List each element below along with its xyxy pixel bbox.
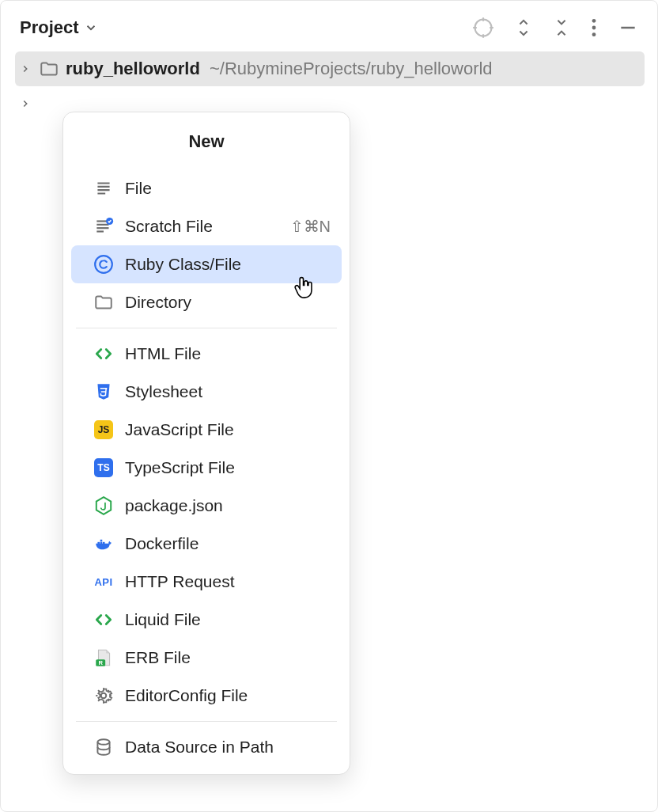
ts-icon: TS	[93, 457, 114, 478]
expand-collapse-icon[interactable]	[515, 17, 532, 38]
menu-item-label: ERB File	[125, 648, 191, 667]
menu-item-label: Data Source in Path	[125, 738, 274, 757]
menu-item-shortcut: ⇧⌘N	[290, 217, 331, 236]
css-icon	[93, 381, 114, 402]
svg-point-27	[97, 739, 109, 745]
menu-item-liquid[interactable]: Liquid File	[71, 601, 342, 639]
project-root-name: ruby_helloworld	[66, 59, 200, 79]
scratch-icon	[93, 216, 114, 237]
menu-item-label: EditorConfig File	[125, 686, 248, 705]
html-icon	[93, 609, 114, 630]
menu-separator	[76, 721, 337, 722]
svg-point-5	[592, 19, 596, 23]
file-text-icon	[93, 178, 114, 199]
menu-item-scratch[interactable]: Scratch File⇧⌘N	[71, 207, 342, 245]
erb-icon: R	[93, 647, 114, 668]
menu-item-label: HTTP Request	[125, 572, 235, 591]
svg-point-6	[592, 26, 596, 30]
menu-item-label: HTML File	[125, 344, 201, 363]
project-tree: ruby_helloworld ~/RubymineProjects/ruby_…	[1, 47, 657, 121]
html-icon	[93, 343, 114, 364]
menu-item-pkg[interactable]: package.json	[71, 487, 342, 525]
new-file-popup: New FileScratch File⇧⌘NRuby Class/FileDi…	[62, 112, 350, 775]
menu-item-datasource[interactable]: Data Source in Path	[71, 728, 342, 766]
ruby-c-icon	[93, 254, 114, 275]
js-icon: JS	[93, 419, 114, 440]
menu-item-erb[interactable]: RERB File	[71, 639, 342, 677]
folder-icon	[93, 292, 114, 313]
menu-item-stylesheet[interactable]: Stylesheet	[71, 373, 342, 411]
menu-item-file[interactable]: File	[71, 169, 342, 207]
popup-title: New	[63, 112, 350, 169]
chevron-right-icon[interactable]	[18, 63, 32, 74]
chevron-right-icon[interactable]	[18, 98, 32, 109]
api-icon: API	[93, 571, 114, 592]
menu-item-label: package.json	[125, 496, 223, 515]
more-icon[interactable]	[591, 17, 597, 38]
db-icon	[93, 737, 114, 757]
menu-item-label: JavaScript File	[125, 420, 234, 439]
collapse-all-icon[interactable]	[553, 17, 570, 38]
menu-item-label: Directory	[125, 293, 191, 312]
svg-rect-21	[103, 542, 105, 544]
menu-item-label: Liquid File	[125, 610, 201, 629]
menu-separator	[76, 328, 337, 328]
menu-item-rubyclass[interactable]: Ruby Class/File	[71, 245, 342, 283]
project-tool-window-header: Project	[1, 1, 657, 47]
project-tool-title: Project	[20, 17, 79, 38]
minimize-icon[interactable]	[618, 17, 638, 38]
menu-item-directory[interactable]: Directory	[71, 283, 342, 321]
docker-icon	[93, 533, 114, 554]
menu-item-label: Dockerfile	[125, 534, 199, 553]
project-root-path: ~/RubymineProjects/ruby_helloworld	[210, 59, 493, 79]
svg-point-0	[475, 20, 492, 36]
nodejs-icon	[93, 495, 114, 516]
svg-point-7	[592, 32, 596, 36]
menu-item-label: Scratch File	[125, 217, 213, 236]
menu-item-label: Stylesheet	[125, 382, 202, 401]
menu-item-http[interactable]: APIHTTP Request	[71, 563, 342, 601]
menu-item-label: Ruby Class/File	[125, 255, 241, 274]
gear-icon	[93, 685, 114, 706]
menu-item-label: TypeScript File	[125, 458, 235, 477]
chevron-down-icon	[84, 21, 98, 35]
svg-rect-22	[100, 540, 103, 542]
menu-item-ts[interactable]: TSTypeScript File	[71, 449, 342, 487]
menu-item-html[interactable]: HTML File	[71, 335, 342, 373]
svg-point-25	[101, 693, 107, 699]
target-icon[interactable]	[472, 17, 494, 39]
svg-rect-20	[100, 542, 103, 544]
svg-point-18	[95, 256, 112, 273]
menu-item-label: File	[125, 179, 152, 198]
project-title-group[interactable]: Project	[20, 17, 98, 38]
folder-icon	[39, 59, 59, 79]
svg-rect-19	[97, 542, 100, 544]
menu-item-docker[interactable]: Dockerfile	[71, 525, 342, 563]
project-root-node[interactable]: ruby_helloworld ~/RubymineProjects/ruby_…	[15, 51, 645, 86]
menu-item-js[interactable]: JSJavaScript File	[71, 411, 342, 449]
svg-text:R: R	[98, 659, 103, 666]
menu-item-editorconfig[interactable]: EditorConfig File	[71, 677, 342, 715]
